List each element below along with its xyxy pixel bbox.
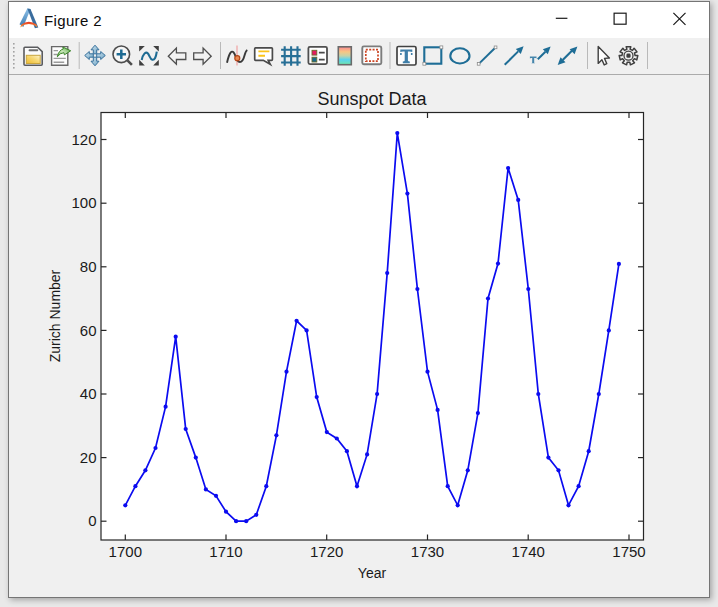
svg-text:1710: 1710	[209, 543, 242, 560]
svg-text:100: 100	[71, 194, 96, 211]
svg-text:1740: 1740	[512, 543, 545, 560]
svg-text:60: 60	[80, 322, 97, 339]
svg-text:Sunspot Data: Sunspot Data	[317, 89, 427, 109]
svg-text:1700: 1700	[109, 543, 142, 560]
svg-text:Year: Year	[358, 565, 387, 581]
svg-text:0: 0	[88, 512, 96, 529]
svg-text:20: 20	[80, 449, 97, 466]
svg-text:Zurich Number: Zurich Number	[47, 269, 63, 362]
svg-text:1720: 1720	[310, 543, 343, 560]
svg-text:1730: 1730	[411, 543, 444, 560]
svg-text:1750: 1750	[612, 543, 645, 560]
svg-text:120: 120	[71, 131, 96, 148]
svg-text:40: 40	[80, 385, 97, 402]
svg-text:80: 80	[80, 258, 97, 275]
